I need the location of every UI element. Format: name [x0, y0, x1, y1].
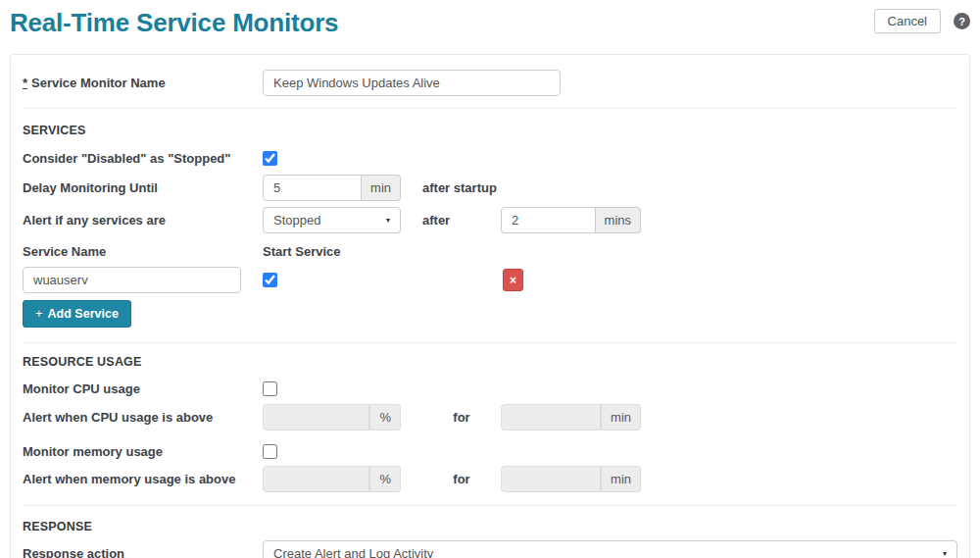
response-section-title: RESPONSE	[23, 520, 957, 533]
service-name-header: Service Name	[23, 244, 263, 259]
delay-minutes-input[interactable]	[263, 175, 362, 201]
memory-threshold-label: Alert when memory usage is above	[23, 472, 263, 486]
monitor-name-label-text: Service Monitor Name	[31, 76, 166, 90]
monitor-cpu-label: Monitor CPU usage	[23, 381, 263, 396]
memory-threshold-row: Alert when memory usage is above % for m…	[23, 466, 957, 492]
cpu-duration-group: min	[501, 404, 641, 431]
add-service-button[interactable]: + Add Service	[23, 300, 131, 328]
cpu-threshold-row: Alert when CPU usage is above % for min	[23, 404, 957, 431]
services-section-title: SERVICES	[23, 124, 957, 137]
service-state-select[interactable]: Stopped ▾	[263, 207, 401, 233]
alert-after-unit-addon: mins	[596, 207, 641, 233]
cpu-duration-input[interactable]	[501, 404, 601, 431]
memory-percent-addon: %	[369, 466, 401, 492]
delay-monitoring-label: Delay Monitoring Until	[23, 180, 263, 195]
monitor-name-row: *Service Monitor Name	[23, 70, 957, 96]
memory-duration-addon: min	[601, 466, 641, 492]
cpu-percent-group: %	[263, 404, 401, 431]
add-service-label: Add Service	[48, 307, 119, 321]
add-service-wrap: + Add Service	[23, 300, 957, 328]
service-name-cell	[23, 267, 263, 293]
service-name-input[interactable]	[23, 267, 241, 293]
memory-percent-input[interactable]	[263, 466, 369, 492]
section-divider	[23, 505, 957, 506]
help-icon[interactable]: ?	[954, 13, 970, 29]
service-table-row: ×	[23, 267, 957, 293]
monitor-memory-row: Monitor memory usage	[23, 444, 957, 459]
memory-duration-input[interactable]	[501, 466, 601, 492]
response-action-select[interactable]: Create Alert and Log Activity ▾	[263, 540, 957, 558]
start-service-header: Start Service	[263, 244, 341, 259]
chevron-down-icon: ▾	[386, 216, 390, 225]
monitor-memory-label: Monitor memory usage	[23, 444, 263, 459]
consider-disabled-row: Consider "Disabled" as "Stopped"	[23, 151, 957, 166]
monitor-memory-checkbox[interactable]	[263, 444, 277, 459]
cpu-percent-input[interactable]	[263, 404, 369, 431]
delay-input-group: min	[263, 175, 401, 201]
response-action-label: Response action	[23, 546, 263, 558]
consider-disabled-checkbox[interactable]	[263, 151, 277, 166]
service-state-selected: Stopped	[273, 213, 320, 228]
service-table-header-row: Service Name Start Service	[23, 244, 957, 259]
response-action-selected: Create Alert and Log Activity	[273, 546, 433, 558]
page-header: Real-Time Service Monitors Cancel ?	[0, 0, 980, 37]
chevron-down-icon: ▾	[943, 549, 947, 558]
after-label: after	[422, 213, 501, 228]
memory-for-label: for	[422, 472, 501, 486]
section-divider	[23, 342, 957, 343]
resource-usage-section-title: RESOURCE USAGE	[23, 355, 957, 369]
cpu-percent-addon: %	[369, 404, 401, 431]
plus-icon: +	[35, 306, 43, 321]
delay-monitoring-row: Delay Monitoring Until min after startup	[23, 175, 957, 201]
alert-services-row: Alert if any services are Stopped ▾ afte…	[23, 207, 957, 233]
page-title: Real-Time Service Monitors	[10, 8, 338, 37]
cpu-threshold-label: Alert when CPU usage is above	[23, 410, 263, 425]
alert-after-minutes-input[interactable]	[501, 207, 596, 233]
consider-disabled-label: Consider "Disabled" as "Stopped"	[23, 151, 263, 166]
delay-unit-addon: min	[362, 175, 401, 201]
cpu-for-label: for	[422, 410, 501, 425]
monitor-cpu-row: Monitor CPU usage	[23, 381, 957, 396]
alert-services-label: Alert if any services are	[23, 213, 263, 228]
cancel-button[interactable]: Cancel	[874, 9, 941, 33]
cpu-duration-addon: min	[601, 404, 641, 431]
monitor-form-card: *Service Monitor Name SERVICES Consider …	[10, 54, 970, 558]
monitor-name-label: *Service Monitor Name	[23, 76, 263, 90]
delete-service-button[interactable]: ×	[503, 269, 523, 291]
memory-percent-group: %	[263, 466, 401, 492]
monitor-name-input[interactable]	[263, 70, 561, 96]
required-asterisk: *	[23, 76, 27, 90]
alert-after-input-group: mins	[501, 207, 641, 233]
start-service-checkbox[interactable]	[263, 273, 277, 287]
header-actions: Cancel ?	[874, 8, 970, 33]
section-divider	[23, 108, 957, 109]
response-action-row: Response action Create Alert and Log Act…	[23, 540, 957, 558]
memory-duration-group: min	[501, 466, 641, 492]
after-startup-label: after startup	[422, 180, 497, 195]
monitor-cpu-checkbox[interactable]	[263, 381, 277, 396]
